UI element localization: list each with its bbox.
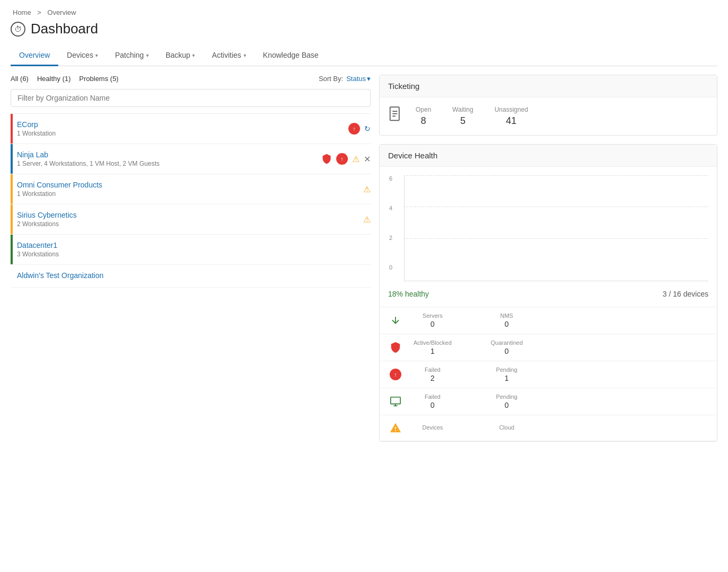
grid-line [404,207,708,207]
stat-label: Pending [486,367,528,373]
circle-up-icon: ↑ [388,367,403,382]
org-name[interactable]: ECorp [17,120,348,129]
stat-values: Active/Blocked 1 Quarantined 0 [411,339,708,355]
org-left: ECorp 1 Workstation [17,120,348,137]
stat-values: Failed 2 Pending 1 [411,367,708,382]
tab-patching[interactable]: Patching ▾ [106,46,157,66]
arrow-down-icon [388,313,403,328]
stat-label: Quarantined [486,339,528,346]
chart-grid [404,175,708,271]
ticketing-body: Open 8 Waiting 5 Unassigned 41 [380,97,717,135]
chart-container: 6 4 2 0 [380,167,717,285]
stat-group: NMS 0 [486,312,528,328]
warning-icon: ⚠ [352,154,359,164]
org-left: Omni Consumer Products 1 Workstation [17,181,363,198]
ticket-stat-waiting: Waiting 5 [452,106,473,127]
tab-overview[interactable]: Overview [11,46,58,66]
page-title-row: ⏱ Dashboard [11,21,717,37]
tab-backup[interactable]: Backup ▾ [157,46,204,66]
stat-label: Pending [486,394,528,400]
ticket-stat-unassigned: Unassigned 41 [495,106,528,127]
stat-value: 0 [486,320,528,328]
refresh-icon[interactable]: ↻ [364,124,371,133]
svg-rect-4 [391,397,400,404]
stat-label: Servers [411,312,454,319]
filter-count-healthy[interactable]: Healthy (1) [37,75,71,83]
search-wrapper [11,89,371,107]
stat-label: Failed [411,367,454,373]
nav-tabs: Overview Devices ▾ Patching ▾ Backup ▾ A… [11,46,717,66]
right-panel: Ticketing Open 8 Waiting [379,75,717,442]
chevron-down-icon: ▾ [146,52,149,58]
org-icons: ⚠ [363,215,371,225]
breadcrumb-current: Overview [48,8,76,16]
health-stat-row: ↑ Failed 2 Pending 1 [380,361,717,388]
breadcrumb-separator: > [37,8,41,16]
breadcrumb-home[interactable]: Home [13,8,31,16]
list-item: Aldwin's Test Organization [11,265,371,288]
unassigned-value: 41 [495,115,528,127]
filter-counts: All (6) Healthy (1) Problems (5) [11,75,119,83]
ticket-file-icon [388,106,403,127]
org-sub: 1 Workstation [17,130,348,137]
device-count: 3 / 16 devices [663,290,708,298]
tab-activities[interactable]: Activities ▾ [203,46,254,66]
stat-value: 0 [486,401,528,409]
monitor-icon [388,394,403,409]
health-stat-row: Active/Blocked 1 Quarantined 0 [380,334,717,361]
warning-icon: ⚠ [363,184,371,194]
org-sub: 1 Workstation [17,190,363,198]
chevron-down-icon: ▾ [192,52,195,58]
stat-group: Active/Blocked 1 [411,339,454,355]
stat-label: Failed [411,394,454,400]
chevron-down-icon: ▾ [367,75,371,83]
main-content: All (6) Healthy (1) Problems (5) Sort By… [11,75,717,442]
stat-group: Cloud [486,424,528,432]
search-input[interactable] [11,89,371,107]
org-name[interactable]: Omni Consumer Products [17,181,363,189]
org-sub: 1 Server, 4 Workstations, 1 VM Host, 2 V… [17,160,321,167]
stat-value: 0 [411,320,454,328]
sort-by: Sort By: Status ▾ [319,75,371,83]
ticket-stat-open: Open 8 [416,106,431,127]
health-stat-row: Failed 0 Pending 0 [380,388,717,415]
stat-group: Pending 0 [486,394,528,409]
grid-line [404,175,708,176]
org-left: Sirius Cybernetics 2 Workstations [17,211,363,228]
tab-devices[interactable]: Devices ▾ [58,46,106,66]
filter-count-problems[interactable]: Problems (5) [79,75,119,83]
waiting-label: Waiting [452,106,473,113]
chart-area: 6 4 2 0 [404,175,708,281]
health-percent: 18% healthy [388,290,429,298]
stat-group: Pending 1 [486,367,528,382]
stat-value: 0 [411,401,454,409]
breadcrumb: Home > Overview [11,8,717,16]
left-panel: All (6) Healthy (1) Problems (5) Sort By… [11,75,371,442]
unassigned-label: Unassigned [495,106,528,113]
stat-label: Active/Blocked [411,339,454,346]
open-label: Open [416,106,431,113]
ticketing-row: Open 8 Waiting 5 Unassigned 41 [388,106,708,127]
stat-label: Devices [411,424,454,431]
org-name[interactable]: Ninja Lab [17,150,321,159]
org-icons: ↑ ⚠ ✕ [321,153,371,165]
list-item: Omni Consumer Products 1 Workstation ⚠ [11,174,371,204]
stat-label: Cloud [486,424,528,431]
filter-row: All (6) Healthy (1) Problems (5) Sort By… [11,75,371,83]
device-health-card: Device Health 6 4 2 0 [379,144,717,442]
org-left: Ninja Lab 1 Server, 4 Workstations, 1 VM… [17,150,321,167]
waiting-value: 5 [452,115,473,127]
org-name[interactable]: Datacenter1 [17,241,371,249]
org-name[interactable]: Aldwin's Test Organization [17,271,371,280]
shield-icon [321,154,332,164]
chart-summary: 18% healthy 3 / 16 devices [380,285,717,307]
sort-by-label: Sort By: [319,75,343,83]
sort-by-dropdown[interactable]: Status ▾ [346,75,371,83]
filter-count-all[interactable]: All (6) [11,75,29,83]
tab-knowledge-base[interactable]: Knowledge Base [255,46,327,66]
stat-group: Failed 0 [411,394,454,409]
stat-value: 1 [486,374,528,382]
page-title: Dashboard [31,21,98,37]
stat-values: Servers 0 NMS 0 [411,312,708,328]
org-name[interactable]: Sirius Cybernetics [17,211,363,219]
